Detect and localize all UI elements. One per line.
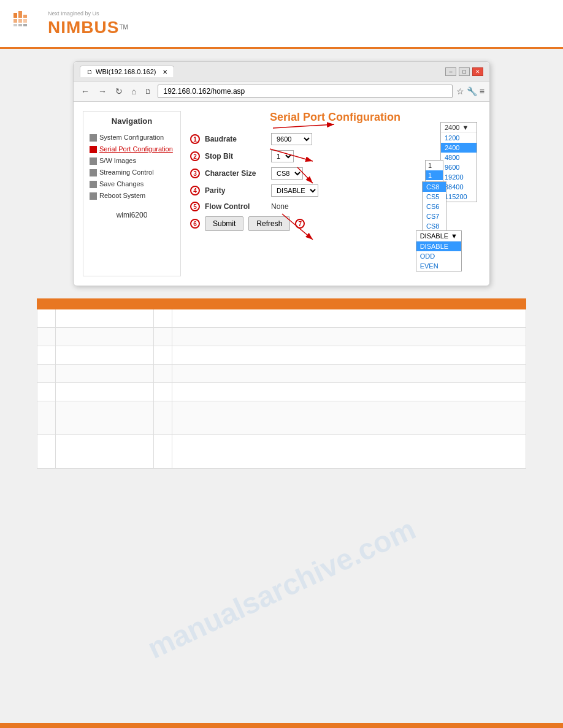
sidebar-item-system-configuration[interactable]: System Configuration [88,132,175,143]
parity-option-disable[interactable]: DISABLE [416,241,461,251]
cell-4-1 [37,365,56,383]
bookmark-icon[interactable]: ☆ [456,86,464,96]
logo-tm: TM [119,23,128,30]
col-header-2 [56,299,154,309]
sidebar-item-label-sw: S/W Images [99,157,136,164]
baudrate-label: Baudrate [205,135,266,143]
cell-7-4 [172,435,526,469]
col-header-3 [154,299,172,309]
cell-3-4 [172,346,526,365]
cell-6-3 [154,401,172,435]
maximize-button[interactable]: □ [459,67,470,76]
flowcontrol-num: 5 [190,202,200,211]
cell-7-2 [56,435,154,469]
parity-dropdown[interactable]: DISABLE ▼ DISABLE ODD EVEN [416,230,462,271]
cell-7-3 [154,435,172,469]
stopbit-option-1[interactable]: 1 [426,161,443,170]
back-button[interactable]: ← [79,85,92,97]
parity-arrow: ▼ [451,232,458,240]
cell-2-1 [37,328,56,346]
parity-select[interactable]: DISABLE ODD EVEN [271,184,318,197]
sidebar-item-label-system: System Configuration [99,134,164,141]
sidebar-item-label-reboot: Reboot System [99,192,145,199]
baudrate-option-4800[interactable]: 4800 [441,153,477,162]
menu-icon[interactable]: ≡ [480,86,484,96]
nav-icon-reboot [90,192,97,200]
table-row-tall-2 [37,435,526,469]
stopbit-label: Stop Bit [205,152,266,161]
charsize-option-cs8-selected[interactable]: CS8 [423,182,446,192]
charsize-option-cs8[interactable]: CS8 [423,221,446,231]
submit-button[interactable]: Submit [205,216,243,231]
charsize-option-cs7[interactable]: CS7 [423,211,446,221]
minimize-button[interactable]: – [445,67,456,76]
parity-option-even[interactable]: EVEN [416,261,461,271]
cell-4-4 [172,365,526,383]
footer-bar [0,723,563,728]
cell-5-2 [56,383,154,401]
header: Next Imagined by Us NIMBUSTM [0,0,563,49]
close-button[interactable]: ✕ [472,67,483,76]
refresh-button[interactable]: Refresh [248,216,290,231]
baudrate-row: 1 Baudrate 9600 1200 2400 4800 19200 384… [190,133,480,145]
cell-3-2 [56,346,154,365]
baudrate-current: 2400 [445,124,459,131]
baudrate-select[interactable]: 9600 1200 2400 4800 19200 38400 115200 [271,133,312,145]
cell-2-3 [154,328,172,346]
cell-6-2 [56,401,154,435]
parity-option-odd[interactable]: ODD [416,251,461,261]
reload-button[interactable]: ↻ [113,85,125,97]
baudrate-option-19200[interactable]: 19200 [441,172,477,182]
sidebar-item-streaming-control[interactable]: Streaming Control [88,167,175,178]
submit-num: 6 [190,219,200,229]
browser-body: Navigation System Configuration Serial P… [74,102,489,286]
baudrate-option-9600[interactable]: 9600 [441,162,477,172]
stopbit-option-1-selected[interactable]: 1 [426,170,443,180]
tab-label: WBI(192.168.0.162) [96,68,156,75]
flowcontrol-label: Flow Control [205,202,266,211]
tab-close-icon[interactable]: ✕ [163,69,167,75]
browser-tab[interactable]: 🗋 WBI(192.168.0.162) ✕ [80,66,174,77]
nav-icon-serial [90,146,97,153]
charsize-option-cs5[interactable]: CS5 [423,192,446,202]
browser-titlebar: 🗋 WBI(192.168.0.162) ✕ – □ ✕ [74,62,489,82]
cell-3-3 [154,346,172,365]
svg-rect-7 [18,24,22,26]
svg-rect-8 [23,24,27,26]
svg-rect-3 [13,19,17,23]
parity-dropdown-header[interactable]: DISABLE ▼ [416,231,461,241]
sidebar-item-reboot-system[interactable]: Reboot System [88,190,175,202]
stopbit-select[interactable]: 1 2 [271,150,294,162]
extension-icon[interactable]: 🔧 [467,86,477,96]
page-icon: 🗋 [142,86,154,96]
baudrate-dropdown-header[interactable]: 2400 ▼ [441,123,477,132]
browser-toolbar: ← → ↻ ⌂ 🗋 ☆ 🔧 ≡ [74,82,489,102]
sidebar-item-serial-port-configuration[interactable]: Serial Port Configuration [88,143,175,155]
charsize-select[interactable]: CS8 CS5 CS6 CS7 [271,167,303,180]
config-area: Serial Port Configuration 1 Baudrate 960… [190,111,480,276]
table-header-row [37,299,526,309]
parity-num: 4 [190,186,200,195]
table-row [37,309,526,328]
nav-icon-sw [90,157,97,165]
charsize-option-cs6[interactable]: CS6 [423,202,446,211]
address-bar[interactable] [158,85,452,98]
home-button[interactable]: ⌂ [129,85,139,97]
charsize-dropdown[interactable]: CS8 CS5 CS6 CS7 CS8 [422,181,446,232]
sidebar-item-save-changes[interactable]: Save Changes [88,178,175,190]
svg-line-10 [273,124,334,128]
svg-rect-0 [13,13,17,18]
baudrate-option-1200[interactable]: 1200 [441,133,477,143]
logo-text-area: Next Imagined by Us NIMBUSTM [48,10,128,37]
sidebar-item-sw-images[interactable]: S/W Images [88,155,175,167]
nimbus-logo-icon [12,10,43,37]
svg-rect-5 [23,19,27,23]
svg-rect-6 [13,24,17,26]
baudrate-option-2400[interactable]: 2400 [441,143,477,153]
sidebar-item-label-streaming: Streaming Control [99,169,154,176]
cell-1-2 [56,309,154,328]
nav-icon-streaming [90,169,97,176]
cell-1-3 [154,309,172,328]
parity-label: Parity [205,186,266,195]
forward-button[interactable]: → [96,85,109,97]
